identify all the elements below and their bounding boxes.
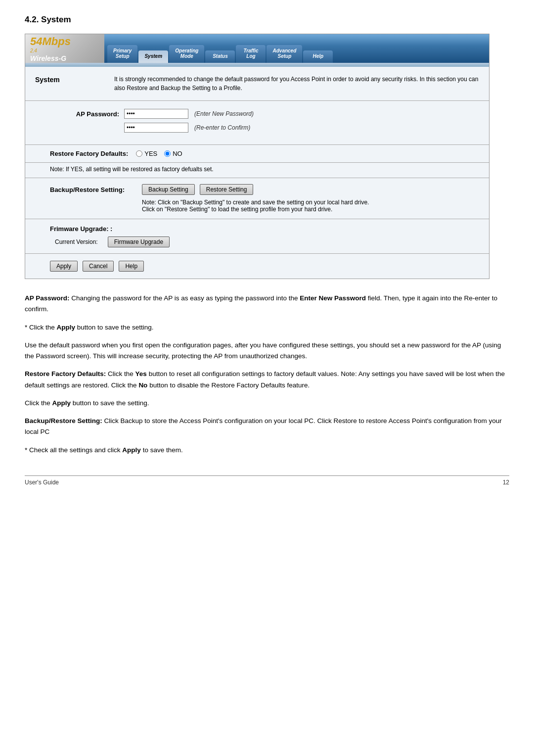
restore-no-radio[interactable] [164, 150, 171, 157]
router-panel: 54Mbps 2.4 Wireless-G PrimarySetup Syste… [25, 34, 490, 279]
restore-defaults-row: Restore Factory Defaults: YES NO [25, 145, 489, 163]
click-apply-note-para: Click the Apply button to save the setti… [25, 398, 509, 409]
backup-restore-desc-title: Backup/Restore Setting: [25, 417, 102, 425]
logo-area: 54Mbps 2.4 Wireless-G [25, 34, 104, 63]
restore-body3: button to disable the Restore Factory De… [149, 381, 310, 389]
backup-note1: Note: Click on "Backup Setting" to creat… [142, 199, 474, 206]
restore-setting-button[interactable]: Restore Setting [200, 184, 254, 195]
restore-yes-option[interactable]: YES [136, 150, 157, 157]
tab-operating-mode[interactable]: OperatingMode [169, 45, 204, 63]
apply-bold-1: Apply [57, 324, 76, 331]
ap-password-desc-body: Changing the password for the AP is as e… [71, 294, 300, 302]
firmware-upgrade-button[interactable]: Firmware Upgrade [108, 236, 170, 247]
footer-right: 12 [503, 479, 509, 486]
page-title: 4.2. System [25, 15, 509, 25]
restore-no-option[interactable]: NO [164, 150, 182, 157]
backup-note2: Click on "Restore Setting" to load the s… [142, 206, 474, 213]
use-default-para: Use the default password when you first … [25, 340, 509, 362]
backup-restore-desc: Backup/Restore Setting: Click Backup to … [25, 416, 509, 438]
logo-speed: 54Mbps [30, 35, 99, 48]
page-footer: User's Guide 12 [25, 475, 509, 486]
check-apply-bold: Apply [122, 446, 141, 454]
system-description-row: System It is strongly recommended to cha… [25, 67, 489, 101]
firmware-inner: Current Version: Firmware Upgrade [55, 236, 474, 247]
descriptions-section: AP Password: Changing the password for t… [25, 293, 509, 456]
ap-password-new-input[interactable] [124, 109, 188, 119]
restore-defaults-label: Restore Factory Defaults: [50, 150, 128, 157]
apply-note-suffix: button to save the setting. [77, 324, 154, 331]
system-description: It is strongly recommended to change the… [114, 75, 479, 93]
ap-password-confirm-hint: (Re-enter to Confirm) [194, 124, 250, 131]
click-apply-bold: Apply [52, 399, 71, 407]
check-apply-prefix: * Check all the settings and click [25, 446, 122, 454]
nav-tabs: PrimarySetup System OperatingMode Status… [104, 34, 489, 63]
section-header-bar [25, 63, 489, 67]
restore-yes-bold: Yes [135, 370, 147, 378]
ap-password-confirm-input[interactable] [124, 123, 188, 133]
apply-button[interactable]: Apply [50, 261, 78, 272]
apply-note-star: * Click the [25, 324, 57, 331]
tab-advanced-setup[interactable]: AdvancedSetup [267, 45, 302, 63]
current-version-label: Current Version: [55, 238, 98, 245]
ap-password-label: AP Password: [50, 110, 119, 118]
restore-no-bold: No [138, 381, 147, 389]
click-apply-suffix: button to save the setting. [73, 399, 149, 407]
restore-note: Note: If YES, all setting will be restor… [25, 163, 489, 178]
check-apply-suffix: to save them. [143, 446, 183, 454]
logo-model: Wireless-G [30, 54, 99, 62]
router-header: 54Mbps 2.4 Wireless-G PrimarySetup Syste… [25, 34, 489, 63]
ap-password-form: AP Password: (Enter New Password) (Re-en… [25, 101, 489, 145]
restore-defaults-desc-title: Restore Factory Defaults: [25, 370, 106, 378]
logo-band: 2.4 [30, 48, 99, 53]
tab-primary-setup[interactable]: PrimarySetup [107, 45, 137, 63]
system-label: System [35, 75, 114, 93]
backup-restore-row: Backup/Restore Setting: Backup Setting R… [25, 178, 489, 219]
backup-restore-content: Backup Setting Restore Setting Note: Cli… [142, 184, 474, 213]
restore-body1: Click the [108, 370, 135, 378]
cancel-button[interactable]: Cancel [83, 261, 114, 272]
ap-password-desc-title: AP Password: [25, 294, 70, 302]
restore-defaults-desc: Restore Factory Defaults: Click the Yes … [25, 369, 509, 391]
restore-yes-radio[interactable] [136, 150, 142, 157]
tab-system[interactable]: System [138, 50, 168, 63]
firmware-title: Frimware Upgrade: : [50, 225, 474, 233]
footer-left: User's Guide [25, 479, 59, 486]
backup-setting-button[interactable]: Backup Setting [142, 184, 195, 195]
bottom-buttons-row: Apply Cancel Help [25, 254, 489, 279]
help-button[interactable]: Help [119, 261, 144, 272]
tab-help[interactable]: Help [303, 50, 333, 63]
tab-traffic-log[interactable]: TrafficLog [236, 45, 266, 63]
tab-status[interactable]: Status [205, 50, 235, 63]
click-apply-prefix: Click the [25, 399, 52, 407]
check-apply-note-para: * Check all the settings and click Apply… [25, 445, 509, 456]
ap-password-new-hint: (Enter New Password) [194, 110, 254, 117]
firmware-row: Frimware Upgrade: : Current Version: Fir… [25, 219, 489, 254]
ap-password-desc: AP Password: Changing the password for t… [25, 293, 509, 315]
apply-note-para: * Click the Apply button to save the set… [25, 322, 509, 333]
ap-password-enter-new-bold: Enter New Password [300, 294, 366, 302]
backup-restore-label: Backup/Restore Setting: [50, 184, 134, 193]
